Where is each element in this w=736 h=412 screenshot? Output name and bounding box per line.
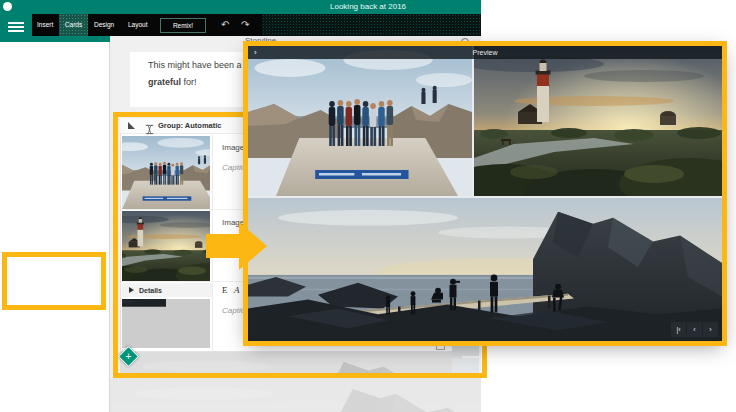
menu-bar-texture bbox=[262, 14, 481, 36]
next-storyline-section bbox=[110, 378, 481, 412]
tab-layout[interactable]: Layout bbox=[128, 14, 148, 36]
text-card-line2: grateful for! bbox=[148, 77, 197, 87]
next-button[interactable]: › bbox=[703, 322, 718, 337]
image-card-caption-2[interactable]: Caption bbox=[222, 238, 250, 247]
cards-sidebar bbox=[0, 42, 110, 412]
hamburger-icon bbox=[8, 22, 24, 24]
image-card-thumbnail-1[interactable] bbox=[122, 136, 210, 209]
preview-title: Preview bbox=[248, 46, 722, 59]
tab-insert[interactable]: Insert bbox=[37, 14, 53, 36]
tab-design[interactable]: Design bbox=[94, 14, 114, 36]
preview-photo-panorama bbox=[248, 198, 722, 341]
image-card-thumbnail-3[interactable] bbox=[122, 299, 210, 348]
preview-photo-lighthouse bbox=[474, 46, 722, 196]
emphasis-button[interactable]: E bbox=[222, 285, 228, 295]
text-card-line1: This might have been a bbox=[148, 60, 242, 70]
screen: Looking back at 2016 Insert Cards Design… bbox=[0, 0, 736, 412]
tab-cards[interactable]: Cards bbox=[59, 14, 88, 36]
card-column-divider bbox=[212, 135, 213, 352]
go-first-button[interactable]: |‹ bbox=[671, 322, 686, 337]
document-title: Looking back at 2016 bbox=[330, 0, 406, 14]
expand-triangle-icon bbox=[129, 287, 134, 293]
storyline-label: Storyline bbox=[245, 36, 276, 45]
image-card-caption-1[interactable]: Caption bbox=[222, 163, 250, 172]
accent-button[interactable]: A bbox=[234, 285, 240, 295]
remix-button[interactable]: Remix! bbox=[160, 18, 206, 33]
card-checkbox[interactable] bbox=[436, 341, 445, 350]
sway-logo-icon bbox=[3, 2, 12, 11]
hamburger-menu-button[interactable] bbox=[0, 14, 32, 42]
image-card-caption-3[interactable]: Caption bbox=[222, 306, 250, 315]
inactive-thumbnail-tile bbox=[452, 358, 479, 376]
app-titlebar: Looking back at 2016 bbox=[0, 0, 481, 14]
search-icon[interactable] bbox=[461, 38, 469, 46]
previous-button[interactable]: ‹ bbox=[687, 322, 702, 337]
preview-title-bar: › Preview bbox=[248, 46, 722, 59]
photo-divider bbox=[472, 46, 474, 196]
preview-window: › Preview |‹ ‹ › bbox=[248, 46, 722, 341]
undo-icon[interactable]: ↶ bbox=[221, 14, 229, 36]
preview-photo-group bbox=[248, 46, 472, 196]
preview-navigation: |‹ ‹ › bbox=[671, 322, 718, 337]
group-card-title: Group: Automatic bbox=[158, 121, 221, 130]
details-expander[interactable]: Details bbox=[122, 283, 212, 297]
collapse-triangle-icon[interactable] bbox=[128, 122, 135, 129]
photo-divider bbox=[248, 196, 722, 198]
image-card-thumbnail-2[interactable] bbox=[122, 211, 210, 281]
redo-icon[interactable]: ↷ bbox=[241, 14, 249, 36]
group-card-footer bbox=[120, 352, 462, 376]
